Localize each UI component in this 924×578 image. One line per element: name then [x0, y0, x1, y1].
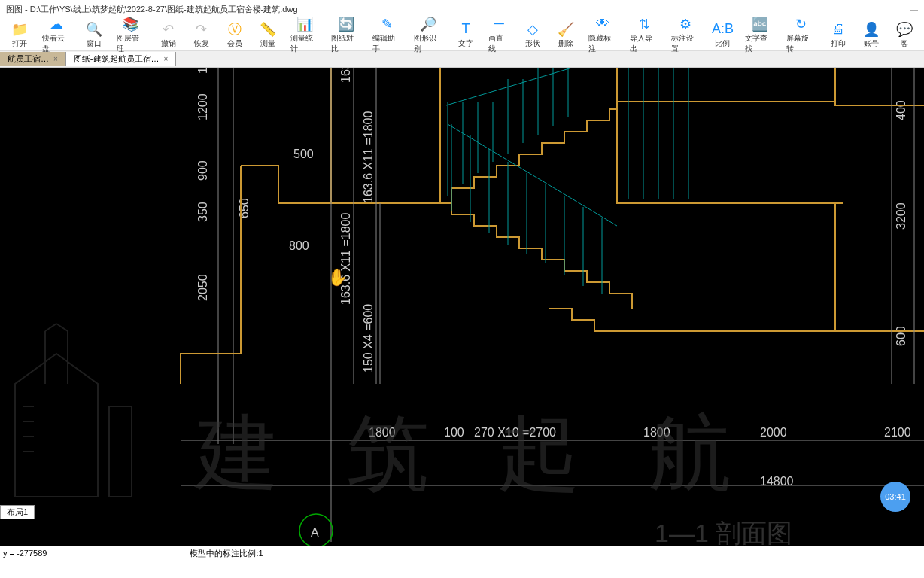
dim-text: 14800 — [760, 475, 794, 488]
tool-打印[interactable]: 🖨打印 — [822, 19, 855, 50]
文字查找-icon: 🔤 — [751, 15, 769, 33]
minimize-button[interactable]: — — [910, 5, 918, 14]
tool-label: 图形识别 — [414, 33, 443, 54]
tool-label: 删除 — [558, 38, 573, 49]
drawing-canvas[interactable]: 15 1200 900 350 650 2050 500 800 163 163… — [0, 68, 924, 546]
测量-icon: 📏 — [259, 20, 277, 38]
close-icon[interactable]: × — [164, 55, 169, 63]
tool-label: 撤销 — [161, 38, 176, 49]
tool-会员[interactable]: Ⓥ会员 — [218, 19, 251, 50]
tab-label: 图纸-建筑起航员工宿… — [74, 53, 160, 65]
dim-text: 163.6 X11 =1800 — [362, 111, 375, 203]
编辑助手-icon: ✎ — [378, 15, 397, 33]
file-path: D:\工作\YS\线上\筑梦起航\2022-8-27\图纸-建筑起航员工宿舍楼-… — [30, 5, 298, 14]
dim-text: 500 — [293, 148, 314, 160]
tool-label: 比例 — [715, 38, 730, 49]
toolbar: 📁打开☁快看云盘🔍窗口📚图层管理↶撤销↷恢复Ⓥ会员📏测量📊测量统计🔄图纸对比✎编… — [0, 18, 924, 51]
图纸对比-icon: 🔄 — [337, 15, 355, 33]
快看云盘-icon: ☁ — [47, 15, 65, 33]
tool-恢复[interactable]: ↷恢复 — [185, 19, 218, 50]
tool-label: 屏幕旋转 — [786, 33, 816, 54]
tool-账号[interactable]: 👤账号 — [855, 19, 888, 50]
文字-icon: T — [457, 20, 475, 38]
tool-label: 图层管理 — [117, 33, 146, 54]
app-prefix: 图图 - — [6, 5, 30, 14]
dim-text: 900 — [196, 160, 209, 181]
dim-text: 150 X4 =600 — [362, 304, 375, 373]
tool-label: 文字查找 — [745, 33, 774, 54]
窗口-icon: 🔍 — [85, 20, 103, 38]
tool-打开[interactable]: 📁打开 — [3, 19, 36, 50]
tool-快看云盘[interactable]: ☁快看云盘 — [36, 14, 78, 56]
coords-readout: y = -277589 — [3, 549, 47, 558]
tool-label: 窗口 — [87, 38, 102, 49]
tool-导入导出[interactable]: ⇅导入导出 — [624, 14, 665, 56]
dim-text: 2050 — [196, 274, 209, 301]
dim-text: 1200 — [196, 93, 209, 120]
dim-text: 15 — [196, 68, 209, 74]
tool-图层管理[interactable]: 📚图层管理 — [111, 14, 152, 56]
dim-text: 163.6 X11 =1800 — [339, 213, 352, 305]
tab-label: 航员工宿… — [8, 53, 49, 65]
tool-图纸对比[interactable]: 🔄图纸对比 — [325, 14, 366, 56]
tool-屏幕旋转[interactable]: ↻屏幕旋转 — [780, 14, 822, 56]
tool-label: 图纸对比 — [331, 33, 360, 54]
tool-编辑助手[interactable]: ✎编辑助手 — [366, 14, 408, 56]
tool-标注设置[interactable]: ⚙标注设置 — [665, 14, 707, 56]
tool-文字查找[interactable]: 🔤文字查找 — [739, 14, 780, 56]
tool-label: 隐藏标注 — [588, 33, 618, 54]
tool-删除[interactable]: 🧹删除 — [549, 19, 582, 50]
tool-label: 打印 — [831, 38, 846, 49]
屏幕旋转-icon: ↻ — [792, 15, 810, 33]
section-title: 1—1 剖面图 — [655, 519, 792, 546]
隐藏标注-icon: 👁 — [594, 15, 612, 33]
tool-label: 账号 — [864, 38, 879, 49]
dim-text: 2100 — [884, 426, 911, 439]
dim-text: 350 — [196, 202, 209, 222]
打印-icon: 🖨 — [829, 20, 847, 38]
tool-label: 标注设置 — [671, 33, 701, 54]
tool-画直线[interactable]: ─画直线 — [482, 14, 516, 56]
tool-label: 恢复 — [194, 38, 209, 49]
tool-文字[interactable]: T文字 — [449, 19, 482, 50]
tool-窗口[interactable]: 🔍窗口 — [78, 19, 111, 50]
tool-label: 导入导出 — [630, 33, 659, 54]
tool-撤销[interactable]: ↶撤销 — [152, 19, 185, 50]
tool-比例[interactable]: A:B比例 — [706, 19, 739, 50]
比例-icon: A:B — [713, 20, 731, 38]
账号-icon: 👤 — [862, 20, 880, 38]
dim-text: 600 — [895, 326, 907, 346]
标注设置-icon: ⚙ — [676, 15, 695, 33]
video-timestamp: 03:41 — [880, 482, 910, 512]
close-icon[interactable]: × — [53, 55, 58, 63]
grid-label: A — [311, 526, 319, 539]
tool-测量统计[interactable]: 📊测量统计 — [284, 14, 326, 56]
tool-形状[interactable]: ◇形状 — [516, 19, 549, 50]
dim-text: 800 — [289, 239, 309, 252]
tool-label: 文字 — [458, 38, 473, 49]
dim-text: 3200 — [895, 202, 907, 230]
撤销-icon: ↶ — [160, 20, 178, 38]
tool-客[interactable]: 💬客 — [888, 19, 921, 50]
tool-label: 客 — [901, 38, 908, 49]
tool-图形识别[interactable]: 🔎图形识别 — [408, 14, 449, 56]
打开-icon: 📁 — [11, 20, 29, 38]
tool-测量[interactable]: 📏测量 — [251, 19, 284, 50]
dim-text: 650 — [238, 198, 251, 218]
恢复-icon: ↷ — [193, 20, 211, 38]
形状-icon: ◇ — [524, 20, 542, 38]
document-tab[interactable]: 图纸-建筑起航员工宿…× — [66, 52, 177, 66]
会员-icon: Ⓥ — [226, 20, 244, 38]
客-icon: 💬 — [895, 20, 913, 38]
tool-label: 画直线 — [488, 33, 510, 54]
tool-label: 形状 — [525, 38, 540, 49]
测量统计-icon: 📊 — [296, 15, 314, 33]
tool-隐藏标注[interactable]: 👁隐藏标注 — [582, 14, 624, 56]
document-tab[interactable]: 航员工宿…× — [0, 52, 66, 66]
scale-readout: 模型中的标注比例:1 — [190, 548, 263, 559]
tool-label: 编辑助手 — [372, 33, 402, 54]
tool-label: 测量 — [260, 38, 275, 49]
layout-tab[interactable]: 布局1 — [0, 505, 35, 519]
画直线-icon: ─ — [490, 15, 508, 33]
watermark-text: 建 筑 起 航 — [193, 406, 754, 499]
